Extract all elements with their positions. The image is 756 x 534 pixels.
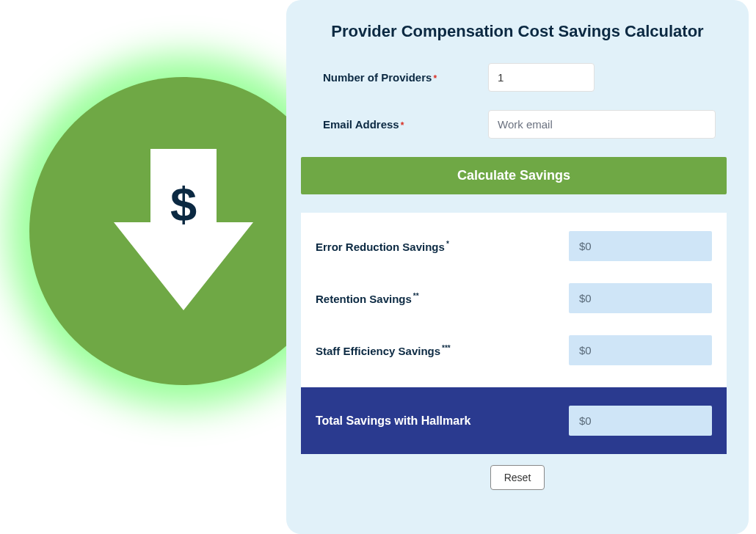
- dollar-down-arrow-icon: $: [114, 149, 253, 313]
- retention-label: Retention Savings**: [316, 292, 569, 305]
- error-reduction-label: Error Reduction Savings*: [316, 240, 569, 253]
- staff-efficiency-value: $0: [569, 335, 712, 365]
- svg-text:$: $: [170, 178, 197, 231]
- calculator-panel: Provider Compensation Cost Savings Calcu…: [286, 0, 749, 534]
- calculate-button[interactable]: Calculate Savings: [301, 157, 727, 194]
- error-reduction-value: $0: [569, 231, 712, 261]
- panel-title: Provider Compensation Cost Savings Calcu…: [308, 22, 727, 41]
- staff-efficiency-row: Staff Efficiency Savings*** $0: [316, 335, 712, 365]
- providers-row: Number of Providers*: [308, 63, 727, 92]
- providers-input[interactable]: [488, 63, 595, 92]
- email-row: Email Address*: [308, 110, 727, 139]
- email-label: Email Address*: [323, 118, 488, 131]
- results-block: Error Reduction Savings* $0 Retention Sa…: [301, 213, 727, 454]
- error-reduction-row: Error Reduction Savings* $0: [316, 231, 712, 261]
- reset-button[interactable]: Reset: [490, 465, 545, 490]
- retention-row: Retention Savings** $0: [316, 283, 712, 313]
- providers-label: Number of Providers*: [323, 71, 488, 84]
- retention-value: $0: [569, 283, 712, 313]
- total-row: Total Savings with Hallmark $0: [301, 387, 727, 454]
- total-value: $0: [569, 406, 712, 436]
- staff-efficiency-label: Staff Efficiency Savings***: [316, 344, 569, 357]
- total-label: Total Savings with Hallmark: [316, 414, 569, 428]
- email-input[interactable]: [488, 110, 716, 139]
